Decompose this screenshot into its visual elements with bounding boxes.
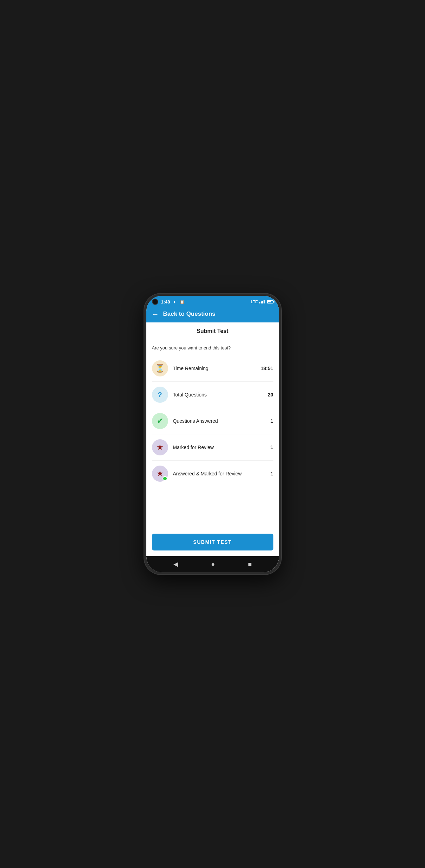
back-nav-button[interactable]: ◀	[173, 560, 178, 568]
battery-icon	[267, 300, 273, 303]
total-questions-value: 20	[268, 392, 273, 398]
marked-review-value: 1	[271, 445, 273, 450]
back-button[interactable]: ←	[152, 311, 159, 318]
check-icon: ✔	[157, 416, 163, 426]
stats-list: ⏳ Time Remaining 18:51 ? Total Questions…	[146, 354, 279, 529]
phone-inner: 1:48 ⏵ 📋 LTE ← Back to Questions	[146, 296, 279, 572]
question-icon: ?	[158, 391, 162, 399]
total-questions-label: Total Questions	[173, 392, 268, 398]
stat-row-questions-answered: ✔ Questions Answered 1	[152, 408, 273, 434]
stat-row-answered-marked-review: ★ Answered & Marked for Review 1	[152, 461, 273, 487]
lte-label: LTE	[251, 300, 258, 304]
recents-nav-button[interactable]: ■	[248, 561, 252, 568]
total-questions-icon-wrap: ?	[152, 387, 168, 403]
submit-test-button[interactable]: SUBMIT TEST	[152, 534, 273, 550]
questions-answered-value: 1	[271, 418, 273, 424]
time-remaining-label: Time Remaining	[173, 366, 261, 371]
hourglass-icon: ⏳	[155, 364, 165, 373]
home-nav-button[interactable]: ●	[211, 561, 215, 568]
content-area: Submit Test Are you sure you want to end…	[146, 322, 279, 556]
star2-icon: ★	[157, 469, 164, 478]
status-time: 1:48	[161, 299, 170, 305]
stat-row-marked-review: ★ Marked for Review 1	[152, 434, 273, 461]
media-icon: ⏵	[173, 300, 177, 304]
page-title: Submit Test	[197, 328, 228, 334]
star1-icon: ★	[157, 443, 164, 452]
stat-row-time-remaining: ⏳ Time Remaining 18:51	[152, 355, 273, 382]
submit-btn-wrap: SUBMIT TEST	[146, 529, 279, 556]
answered-marked-review-value: 1	[271, 471, 273, 476]
questions-answered-label: Questions Answered	[173, 418, 271, 424]
marked-review-label: Marked for Review	[173, 445, 271, 450]
questions-answered-icon-wrap: ✔	[152, 413, 168, 429]
nav-bar: ← Back to Questions	[146, 307, 279, 322]
nav-title: Back to Questions	[163, 311, 215, 318]
answered-marked-review-label: Answered & Marked for Review	[173, 471, 271, 476]
phone-shell: 1:48 ⏵ 📋 LTE ← Back to Questions	[144, 294, 281, 574]
sim-icon: 📋	[180, 300, 185, 304]
marked-review-icon-wrap: ★	[152, 439, 168, 455]
camera-dot	[152, 299, 158, 305]
stat-row-total-questions: ? Total Questions 20	[152, 382, 273, 408]
status-left: 1:48 ⏵ 📋	[152, 299, 185, 305]
time-remaining-icon-wrap: ⏳	[152, 360, 168, 376]
status-bar: 1:48 ⏵ 📋 LTE	[146, 296, 279, 307]
confirm-text: Are you sure you want to end this test?	[146, 340, 279, 354]
time-remaining-value: 18:51	[261, 366, 273, 371]
bottom-nav: ◀ ● ■	[146, 556, 279, 572]
answered-badge	[162, 476, 167, 481]
status-right: LTE	[251, 300, 273, 304]
answered-marked-review-icon-wrap: ★	[152, 466, 168, 482]
page-title-section: Submit Test	[146, 322, 279, 340]
signal-bars	[259, 300, 265, 303]
